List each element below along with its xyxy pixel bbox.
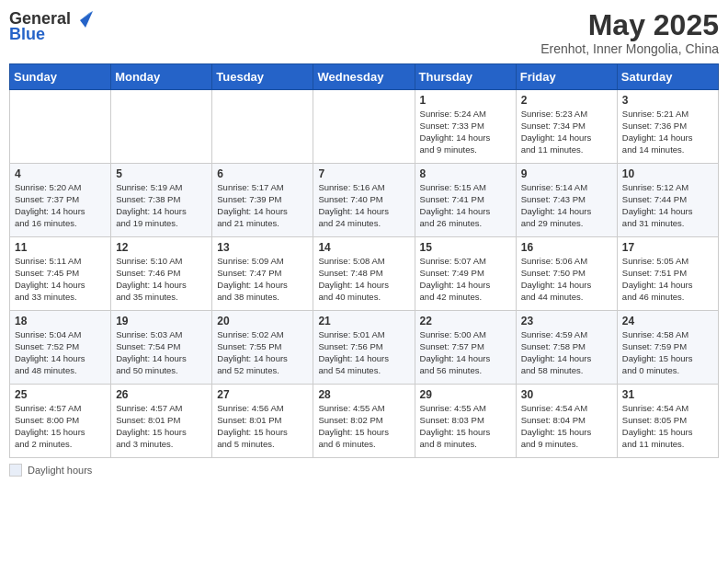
day-number: 31	[622, 388, 713, 401]
day-info: Sunrise: 5:06 AM Sunset: 7:50 PM Dayligh…	[521, 256, 612, 303]
calendar-cell: 6Sunrise: 5:17 AM Sunset: 7:39 PM Daylig…	[212, 164, 313, 237]
day-number: 9	[521, 167, 612, 180]
day-info: Sunrise: 5:00 AM Sunset: 7:57 PM Dayligh…	[420, 329, 511, 376]
footer: Daylight hours	[9, 464, 719, 477]
calendar-cell: 11Sunrise: 5:11 AM Sunset: 7:45 PM Dayli…	[10, 237, 111, 311]
day-number: 29	[420, 388, 511, 401]
day-number: 24	[622, 315, 713, 327]
day-info: Sunrise: 5:16 AM Sunset: 7:40 PM Dayligh…	[318, 182, 409, 229]
day-info: Sunrise: 5:10 AM Sunset: 7:46 PM Dayligh…	[116, 256, 207, 303]
day-number: 16	[521, 241, 612, 254]
calendar-week-row: 18Sunrise: 5:04 AM Sunset: 7:52 PM Dayli…	[10, 311, 719, 385]
day-info: Sunrise: 5:23 AM Sunset: 7:34 PM Dayligh…	[521, 109, 612, 155]
day-number: 21	[318, 315, 409, 327]
logo-blue-text: Blue	[9, 25, 45, 44]
daylight-legend-box	[9, 464, 22, 477]
day-info: Sunrise: 5:11 AM Sunset: 7:45 PM Dayligh…	[15, 256, 106, 303]
calendar-cell: 27Sunrise: 4:56 AM Sunset: 8:01 PM Dayli…	[212, 385, 313, 458]
weekday-header-friday: Friday	[516, 64, 617, 90]
day-number: 19	[116, 315, 207, 327]
calendar-cell	[212, 90, 313, 164]
day-number: 28	[318, 388, 409, 401]
weekday-header-saturday: Saturday	[617, 64, 718, 90]
day-number: 6	[217, 167, 308, 180]
location-subtitle: Erenhot, Inner Mongolia, China	[540, 41, 719, 56]
calendar-cell: 25Sunrise: 4:57 AM Sunset: 8:00 PM Dayli…	[10, 385, 111, 458]
day-info: Sunrise: 4:57 AM Sunset: 8:01 PM Dayligh…	[116, 403, 207, 450]
day-number: 30	[521, 388, 612, 401]
weekday-header-row: SundayMondayTuesdayWednesdayThursdayFrid…	[10, 64, 719, 90]
day-number: 2	[521, 94, 612, 107]
day-number: 5	[116, 167, 207, 180]
daylight-label: Daylight hours	[28, 465, 92, 476]
calendar-cell: 18Sunrise: 5:04 AM Sunset: 7:52 PM Dayli…	[10, 311, 111, 385]
day-info: Sunrise: 5:24 AM Sunset: 7:33 PM Dayligh…	[420, 109, 511, 155]
day-number: 22	[420, 315, 511, 327]
calendar-cell: 1Sunrise: 5:24 AM Sunset: 7:33 PM Daylig…	[415, 90, 516, 164]
calendar-cell: 10Sunrise: 5:12 AM Sunset: 7:44 PM Dayli…	[617, 164, 718, 237]
logo: General Blue	[9, 9, 93, 44]
calendar-cell: 24Sunrise: 4:58 AM Sunset: 7:59 PM Dayli…	[617, 311, 718, 385]
day-info: Sunrise: 4:55 AM Sunset: 8:02 PM Dayligh…	[318, 403, 409, 450]
day-info: Sunrise: 4:58 AM Sunset: 7:59 PM Dayligh…	[622, 329, 713, 376]
page-header: General Blue May 2025 Erenhot, Inner Mon…	[9, 9, 719, 56]
day-info: Sunrise: 5:20 AM Sunset: 7:37 PM Dayligh…	[15, 182, 106, 229]
weekday-header-monday: Monday	[111, 64, 212, 90]
calendar-week-row: 11Sunrise: 5:11 AM Sunset: 7:45 PM Dayli…	[10, 237, 719, 311]
calendar-cell: 23Sunrise: 4:59 AM Sunset: 7:58 PM Dayli…	[516, 311, 617, 385]
day-info: Sunrise: 4:57 AM Sunset: 8:00 PM Dayligh…	[15, 403, 106, 450]
title-block: May 2025 Erenhot, Inner Mongolia, China	[540, 9, 719, 56]
day-number: 20	[217, 315, 308, 327]
day-info: Sunrise: 5:01 AM Sunset: 7:56 PM Dayligh…	[318, 329, 409, 376]
calendar-cell: 8Sunrise: 5:15 AM Sunset: 7:41 PM Daylig…	[415, 164, 516, 237]
weekday-header-wednesday: Wednesday	[313, 64, 415, 90]
calendar-cell: 14Sunrise: 5:08 AM Sunset: 7:48 PM Dayli…	[313, 237, 415, 311]
calendar-cell: 15Sunrise: 5:07 AM Sunset: 7:49 PM Dayli…	[415, 237, 516, 311]
day-info: Sunrise: 5:19 AM Sunset: 7:38 PM Dayligh…	[116, 182, 207, 229]
calendar-cell: 17Sunrise: 5:05 AM Sunset: 7:51 PM Dayli…	[617, 237, 718, 311]
day-info: Sunrise: 4:54 AM Sunset: 8:05 PM Dayligh…	[622, 403, 713, 450]
calendar-cell: 22Sunrise: 5:00 AM Sunset: 7:57 PM Dayli…	[415, 311, 516, 385]
calendar-cell: 9Sunrise: 5:14 AM Sunset: 7:43 PM Daylig…	[516, 164, 617, 237]
calendar-cell: 19Sunrise: 5:03 AM Sunset: 7:54 PM Dayli…	[111, 311, 212, 385]
calendar-cell: 2Sunrise: 5:23 AM Sunset: 7:34 PM Daylig…	[516, 90, 617, 164]
day-info: Sunrise: 4:56 AM Sunset: 8:01 PM Dayligh…	[217, 403, 308, 450]
day-info: Sunrise: 5:02 AM Sunset: 7:55 PM Dayligh…	[217, 329, 308, 376]
day-number: 7	[318, 167, 409, 180]
calendar-cell: 21Sunrise: 5:01 AM Sunset: 7:56 PM Dayli…	[313, 311, 415, 385]
day-number: 27	[217, 388, 308, 401]
day-info: Sunrise: 4:59 AM Sunset: 7:58 PM Dayligh…	[521, 329, 612, 376]
day-number: 8	[420, 167, 511, 180]
day-info: Sunrise: 5:05 AM Sunset: 7:51 PM Dayligh…	[622, 256, 713, 303]
day-info: Sunrise: 5:04 AM Sunset: 7:52 PM Dayligh…	[15, 329, 106, 376]
calendar-cell: 13Sunrise: 5:09 AM Sunset: 7:47 PM Dayli…	[212, 237, 313, 311]
calendar-cell: 16Sunrise: 5:06 AM Sunset: 7:50 PM Dayli…	[516, 237, 617, 311]
calendar-cell: 29Sunrise: 4:55 AM Sunset: 8:03 PM Dayli…	[415, 385, 516, 458]
day-number: 23	[521, 315, 612, 327]
day-number: 1	[420, 94, 511, 107]
calendar-cell	[313, 90, 415, 164]
day-number: 11	[15, 241, 106, 254]
calendar-table: SundayMondayTuesdayWednesdayThursdayFrid…	[9, 63, 719, 458]
day-number: 14	[318, 241, 409, 254]
calendar-cell: 26Sunrise: 4:57 AM Sunset: 8:01 PM Dayli…	[111, 385, 212, 458]
day-info: Sunrise: 5:15 AM Sunset: 7:41 PM Dayligh…	[420, 182, 511, 229]
day-number: 25	[15, 388, 106, 401]
svg-marker-0	[80, 11, 93, 28]
calendar-week-row: 4Sunrise: 5:20 AM Sunset: 7:37 PM Daylig…	[10, 164, 719, 237]
calendar-week-row: 25Sunrise: 4:57 AM Sunset: 8:00 PM Dayli…	[10, 385, 719, 458]
calendar-cell: 20Sunrise: 5:02 AM Sunset: 7:55 PM Dayli…	[212, 311, 313, 385]
day-number: 13	[217, 241, 308, 254]
day-number: 26	[116, 388, 207, 401]
day-info: Sunrise: 5:17 AM Sunset: 7:39 PM Dayligh…	[217, 182, 308, 229]
day-number: 17	[622, 241, 713, 254]
weekday-header-thursday: Thursday	[415, 64, 516, 90]
month-year-title: May 2025	[540, 9, 719, 41]
calendar-week-row: 1Sunrise: 5:24 AM Sunset: 7:33 PM Daylig…	[10, 90, 719, 164]
calendar-cell: 7Sunrise: 5:16 AM Sunset: 7:40 PM Daylig…	[313, 164, 415, 237]
day-number: 12	[116, 241, 207, 254]
day-info: Sunrise: 5:09 AM Sunset: 7:47 PM Dayligh…	[217, 256, 308, 303]
day-info: Sunrise: 5:12 AM Sunset: 7:44 PM Dayligh…	[622, 182, 713, 229]
weekday-header-tuesday: Tuesday	[212, 64, 313, 90]
calendar-cell: 5Sunrise: 5:19 AM Sunset: 7:38 PM Daylig…	[111, 164, 212, 237]
